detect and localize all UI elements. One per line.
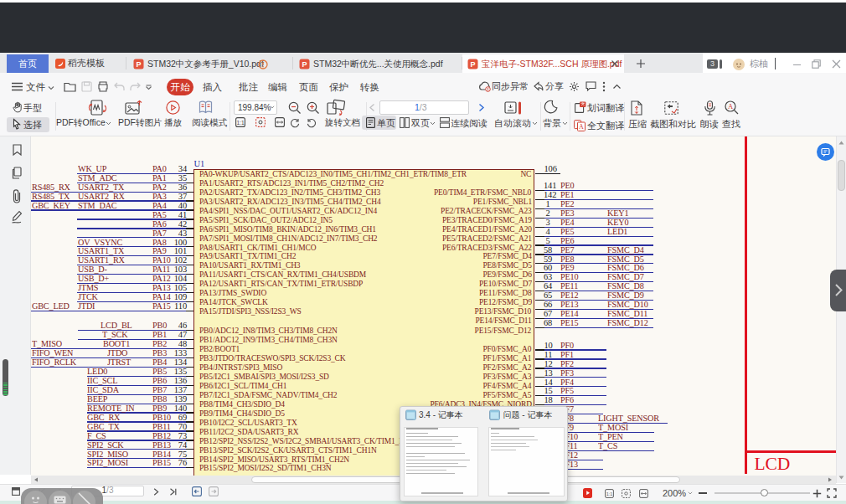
svg-text:A: A xyxy=(728,102,734,111)
svg-text:A: A xyxy=(579,123,584,131)
svg-text:P: P xyxy=(470,59,475,68)
svg-text:P: P xyxy=(302,59,307,68)
svg-text:1:1: 1:1 xyxy=(236,120,244,126)
svg-text:1:1: 1:1 xyxy=(606,491,612,496)
svg-text:P: P xyxy=(136,59,141,68)
